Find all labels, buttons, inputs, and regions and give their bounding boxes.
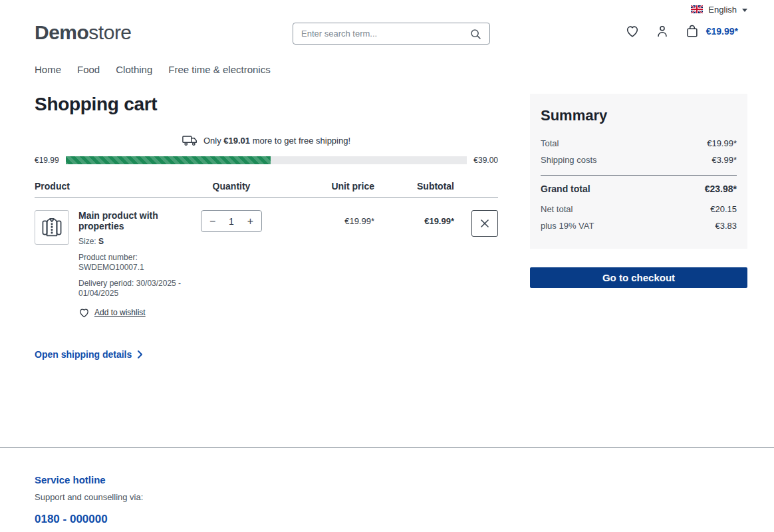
add-to-wishlist-link[interactable]: Add to wishlist — [78, 307, 182, 319]
shipping-costs-label: Shipping costs — [541, 155, 597, 165]
vat-label: plus 19% VAT — [541, 221, 594, 231]
logo-bold: Demo — [35, 21, 88, 43]
main-content: Shopping cart Only €19.01 more to get fr… — [35, 94, 747, 447]
heart-icon — [625, 24, 640, 39]
search-button[interactable] — [469, 25, 487, 43]
product-number: Product number: SWDEMO10007.1 — [78, 253, 182, 273]
quantity-decrease-button[interactable]: − — [208, 216, 217, 227]
summary-shipping-row: Shipping costs €3.99* — [541, 152, 737, 168]
cart-item-row: Main product with properties Size: S Pro… — [35, 198, 498, 319]
net-total-value: €20.15 — [710, 204, 737, 214]
summary-vat-row: plus 19% VAT €3.83 — [541, 217, 737, 234]
shipping-progress-fill — [66, 156, 271, 164]
account-icon — [655, 24, 670, 39]
cart-table-header: Product Quantity Unit price Subtotal — [35, 181, 498, 198]
shipping-costs-value: €3.99* — [711, 155, 737, 165]
product-cell: Main product with properties Size: S Pro… — [35, 210, 182, 319]
summary-section: Summary Total €19.99* Shipping costs €3.… — [530, 94, 747, 447]
nav-item-free-time-electronics[interactable]: Free time & electronics — [168, 64, 270, 75]
go-to-checkout-button[interactable]: Go to checkout — [530, 267, 747, 288]
summary-grand-total-row: Grand total €23.98* — [541, 181, 737, 201]
hotline-phone-link[interactable]: 0180 - 000000 — [35, 513, 774, 526]
summary-title: Summary — [541, 107, 737, 124]
header: Demostore — [0, 20, 774, 52]
progress-min-label: €19.99 — [35, 156, 59, 165]
col-header-quantity: Quantity — [182, 181, 281, 192]
header-cart-total: €19.99* — [706, 26, 738, 37]
footer: Service hotline Support and counselling … — [0, 447, 774, 532]
delivery-truck-icon — [182, 135, 198, 146]
language-switcher[interactable]: English — [691, 5, 747, 15]
page: English Demostore — [0, 0, 774, 532]
notice-prefix: Only — [203, 136, 223, 146]
grand-total-value: €23.98* — [705, 184, 737, 194]
quantity-input[interactable]: 1 — [229, 216, 234, 227]
chevron-right-icon — [137, 350, 143, 359]
jacket-image — [38, 213, 66, 241]
net-total-label: Net total — [541, 204, 573, 214]
delivery-period: Delivery period: 30/03/2025 - 01/04/2025 — [78, 279, 182, 299]
footer-support-text: Support and counselling via: — [35, 492, 774, 502]
grand-total-label: Grand total — [541, 184, 590, 194]
total-label: Total — [541, 138, 559, 148]
product-name[interactable]: Main product with properties — [78, 210, 182, 231]
cart-section: Shopping cart Only €19.01 more to get fr… — [35, 94, 498, 447]
wishlist-label: Add to wishlist — [94, 308, 146, 317]
notice-amount: €19.01 — [223, 136, 250, 146]
search-bar — [293, 23, 490, 45]
store-logo[interactable]: Demostore — [35, 21, 132, 44]
product-size: Size: S — [78, 237, 182, 247]
summary-divider — [541, 175, 737, 176]
progress-track — [66, 156, 467, 164]
total-value: €19.99* — [707, 138, 737, 148]
language-label: English — [708, 5, 737, 15]
open-shipping-details-link[interactable]: Open shipping details — [35, 349, 143, 360]
search-input[interactable] — [293, 23, 490, 45]
quantity-increase-button[interactable]: + — [246, 216, 255, 227]
topbar: English — [0, 0, 774, 15]
notice-suffix: more to get free shipping! — [250, 136, 350, 146]
shopping-bag-icon — [685, 24, 700, 39]
wishlist-button[interactable] — [625, 24, 640, 39]
item-subtotal: €19.99* — [424, 210, 454, 226]
col-header-subtotal: Subtotal — [374, 181, 454, 192]
account-button[interactable] — [655, 24, 670, 39]
close-icon — [479, 218, 490, 229]
uk-flag-icon — [691, 5, 703, 13]
progress-max-label: €39.00 — [473, 156, 498, 165]
chevron-down-icon — [742, 9, 747, 12]
quantity-stepper: − 1 + — [201, 210, 262, 232]
heart-icon — [78, 307, 90, 319]
product-thumbnail[interactable] — [35, 210, 69, 245]
search-icon — [469, 27, 482, 41]
free-shipping-notice: Only €19.01 more to get free shipping! — [35, 135, 498, 146]
summary-net-total-row: Net total €20.15 — [541, 201, 737, 217]
unit-price: €19.99* — [344, 210, 374, 226]
product-size-value: S — [98, 237, 104, 246]
page-title: Shopping cart — [35, 94, 498, 115]
main-nav: Home Food Clothing Free time & electroni… — [35, 64, 774, 75]
header-actions: €19.99* — [625, 24, 738, 39]
vat-value: €3.83 — [715, 221, 737, 231]
cart-button[interactable]: €19.99* — [685, 24, 738, 39]
logo-light: store — [88, 21, 131, 43]
col-header-unit-price: Unit price — [281, 181, 374, 192]
nav-item-clothing[interactable]: Clothing — [116, 64, 152, 75]
summary-total-row: Total €19.99* — [541, 135, 737, 152]
summary-panel: Summary Total €19.99* Shipping costs €3.… — [530, 94, 747, 249]
product-details: Main product with properties Size: S Pro… — [78, 210, 182, 319]
remove-item-button[interactable] — [471, 210, 498, 237]
free-shipping-progress: €19.99 €39.00 — [35, 156, 498, 165]
nav-item-home[interactable]: Home — [35, 64, 61, 75]
col-header-product: Product — [35, 181, 182, 192]
shipping-details-label: Open shipping details — [35, 349, 132, 360]
service-hotline-title[interactable]: Service hotline — [35, 474, 774, 485]
nav-item-food[interactable]: Food — [77, 64, 100, 75]
